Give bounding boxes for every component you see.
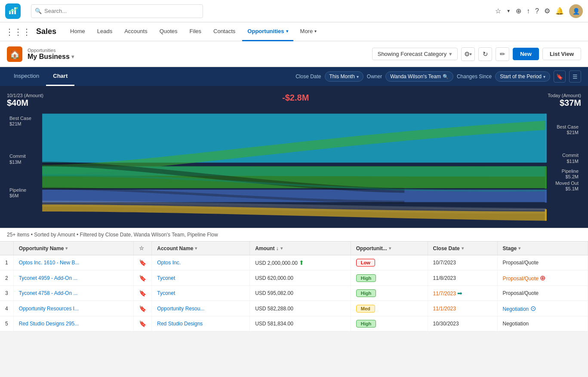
opportunity-name-link[interactable]: Tyconet 4758 - Add-On ...	[19, 290, 78, 296]
app-grid-icon[interactable]: ⋮⋮⋮	[5, 27, 31, 37]
account-name-cell[interactable]: Tyconet	[152, 286, 250, 301]
menu-button[interactable]: ☰	[569, 70, 581, 83]
opportunity-name-cell[interactable]: Opportunity Resources I...	[13, 301, 134, 316]
stage-value: Proposal/Quote	[503, 290, 539, 296]
opportunity-name-cell[interactable]: Optos Inc. 1610 - New B...	[13, 255, 134, 270]
settings-icon[interactable]: ⚙	[544, 7, 550, 15]
close-date-value: 11/7/2023	[433, 291, 456, 297]
bookmark-row-icon[interactable]: 🔖	[139, 275, 146, 282]
sort-icon-amount[interactable]: ▾	[280, 246, 283, 251]
nav-home[interactable]: Home	[65, 22, 90, 41]
right-amount: $37M	[548, 98, 581, 108]
stage-link[interactable]: Negotiation	[503, 306, 529, 312]
date-arrow-icon: ➡	[457, 290, 462, 297]
bookmark-row-icon[interactable]: 🔖	[139, 305, 146, 312]
sort-icon-stage[interactable]: ▾	[518, 246, 520, 251]
list-view-button[interactable]: List View	[542, 48, 581, 60]
stage-cell: Proposal/Quote	[497, 255, 588, 270]
close-date-cell: 10/7/2023	[428, 255, 497, 270]
account-name-cell[interactable]: Red Studio Designs	[152, 316, 250, 331]
th-amount: Amount ↓ ▾	[250, 242, 351, 255]
close-date-value: 10/30/2023	[433, 321, 459, 327]
bookmark-row-icon[interactable]: 🔖	[139, 320, 146, 327]
amount-up-icon: ⬆	[299, 259, 304, 266]
stage-cell: Negotiation	[497, 316, 588, 331]
bookmark-row-icon[interactable]: 🔖	[139, 290, 146, 297]
close-date-filter[interactable]: This Month ▾	[325, 71, 363, 82]
owner-filter[interactable]: Wanda Wilson's Team 🔍	[385, 71, 453, 82]
bookmark-cell[interactable]: 🔖	[134, 316, 152, 331]
row-number: 3	[0, 286, 13, 301]
header-icon: 🏠	[7, 46, 22, 62]
tab-inspection[interactable]: Inspection	[7, 67, 46, 86]
left-date: 10/1/23 (Amount)	[7, 93, 43, 98]
nav-accounts[interactable]: Accounts	[119, 22, 152, 41]
forecast-chevron: ▾	[449, 51, 452, 57]
help-icon[interactable]: ?	[535, 7, 539, 15]
opportunity-name-link[interactable]: Opportunity Resources I...	[19, 306, 79, 312]
bookmark-cell[interactable]: 🔖	[134, 255, 152, 270]
upload-icon[interactable]: ↑	[526, 7, 530, 15]
bookmark-cell[interactable]: 🔖	[134, 286, 152, 301]
account-name-link[interactable]: Opportunity Resou...	[157, 306, 204, 312]
chevron-icon[interactable]: ▼	[506, 9, 511, 13]
bookmark-row-icon[interactable]: 🔖	[139, 259, 146, 266]
sort-icon-account[interactable]: ▾	[195, 246, 197, 251]
new-button[interactable]: New	[513, 48, 539, 60]
forecast-badge: Med	[356, 305, 375, 313]
avatar[interactable]: 👤	[569, 4, 583, 18]
search-icon-filter: 🔍	[443, 74, 449, 80]
bookmark-cell[interactable]: 🔖	[134, 301, 152, 316]
stage-value: Negotiation	[503, 321, 529, 327]
opportunity-name-cell[interactable]: Tyconet 4959 - Add-On ...	[13, 270, 134, 286]
nav-files[interactable]: Files	[185, 22, 206, 41]
amount-cell: USD 620,000.00	[250, 270, 351, 286]
opportunity-name-cell[interactable]: Red Studio Designs 295...	[13, 316, 134, 331]
close-date-cell: 11/7/2023 ➡	[428, 286, 497, 301]
account-name-cell[interactable]: Tyconet	[152, 270, 250, 286]
account-name-cell[interactable]: Opportunity Resou...	[152, 301, 250, 316]
search-bar[interactable]: 🔍	[31, 4, 203, 18]
nav-opportunities[interactable]: Opportunities ▾	[242, 22, 293, 41]
table-row: 3Tyconet 4758 - Add-On ...🔖TyconetUSD 59…	[0, 286, 588, 301]
row-number: 2	[0, 270, 13, 286]
account-name-link[interactable]: Tyconet	[157, 275, 175, 281]
nav-more[interactable]: More ▾	[295, 22, 322, 41]
search-input[interactable]	[44, 8, 199, 14]
forecast-cell: Low	[351, 255, 428, 270]
add-icon[interactable]: ⊕	[516, 7, 521, 15]
account-name-link[interactable]: Tyconet	[157, 290, 175, 296]
bookmark-cell[interactable]: 🔖	[134, 270, 152, 286]
close-date-cell: 10/30/2023	[428, 316, 497, 331]
close-date-value: 11/1/2023	[433, 306, 456, 312]
star-icon[interactable]: ☆	[495, 7, 501, 15]
opportunity-name-link[interactable]: Red Studio Designs 295...	[19, 321, 79, 327]
edit-button[interactable]: ✏	[496, 47, 509, 61]
settings-button[interactable]: ⚙ ▾	[461, 47, 475, 61]
right-label-bestcase: Best Case $21M	[555, 124, 579, 135]
nav-contacts[interactable]: Contacts	[208, 22, 240, 41]
bookmark-th-icon: ☆	[139, 245, 144, 251]
left-labels: Best Case $21M Commit $13M Pipeline $6M	[9, 111, 31, 199]
opportunity-name-link[interactable]: Optos Inc. 1610 - New B...	[19, 260, 80, 266]
nav-quotes[interactable]: Quotes	[154, 22, 183, 41]
tab-chart[interactable]: Chart	[46, 67, 74, 86]
changes-chevron: ▾	[543, 74, 545, 79]
bell-icon[interactable]: 🔔	[555, 7, 564, 15]
opportunity-name-cell[interactable]: Tyconet 4758 - Add-On ...	[13, 286, 134, 301]
changes-since-filter[interactable]: Start of the Period ▾	[495, 71, 550, 82]
dropdown-chevron[interactable]: ▾	[71, 54, 74, 60]
refresh-button[interactable]: ↻	[478, 47, 492, 61]
sort-icon-opp[interactable]: ▾	[65, 246, 68, 251]
account-name-link[interactable]: Red Studio Designs	[157, 321, 203, 327]
account-name-cell[interactable]: Optos Inc.	[152, 255, 250, 270]
opportunity-name-link[interactable]: Tyconet 4959 - Add-On ...	[19, 275, 78, 281]
sort-icon-date[interactable]: ▾	[462, 246, 464, 251]
stage-cell: Proposal/Quote	[497, 286, 588, 301]
bookmark-button[interactable]: 🔖	[554, 70, 566, 83]
sort-icon-type[interactable]: ▾	[389, 246, 391, 251]
forecast-cell: High	[351, 270, 428, 286]
account-name-link[interactable]: Optos Inc.	[157, 260, 181, 266]
forecast-category-button[interactable]: Showing Forecast Category ▾	[372, 48, 458, 60]
nav-leads[interactable]: Leads	[92, 22, 117, 41]
